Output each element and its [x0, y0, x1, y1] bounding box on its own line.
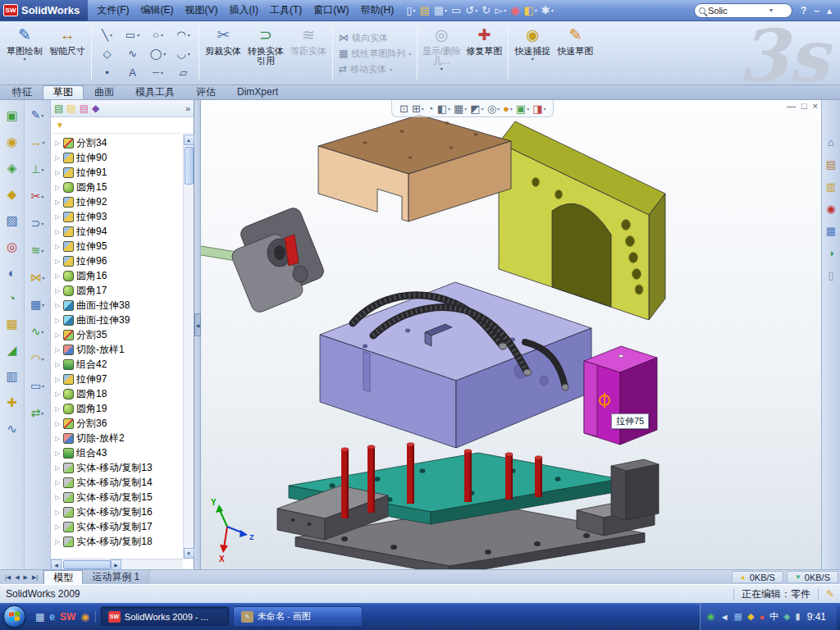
menu-item[interactable]: 编辑(E) — [135, 0, 180, 21]
help-icon[interactable]: ? — [799, 4, 808, 17]
feature-tree-item[interactable]: ▷ 圆角17 — [52, 283, 194, 298]
scroll-right-icon[interactable]: ▶ — [111, 559, 121, 570]
motion-study-tab[interactable]: 运动算例 1 — [83, 570, 149, 584]
arc-flyout-icon[interactable]: ◠▾ — [30, 352, 43, 365]
search-box[interactable]: ▾ — [694, 3, 792, 18]
hide-show-icon[interactable]: ◎▾ — [487, 103, 500, 115]
menu-item[interactable]: 插入(I) — [224, 0, 264, 21]
volume-tray-icon[interactable]: ◄ — [720, 612, 729, 622]
mirror-flyout-icon[interactable]: ⋈▾ — [30, 271, 44, 284]
draft-icon[interactable]: ◢ — [7, 343, 17, 358]
antivirus-tray-icon[interactable]: ● — [759, 612, 765, 622]
reference-geometry-icon[interactable]: ✚ — [7, 395, 17, 410]
feature-tree-item[interactable]: ▷ 曲面-拉伸39 — [52, 313, 194, 327]
print-icon[interactable]: ▭ — [450, 4, 463, 17]
quick-snaps-button[interactable]: ◉ 快速捕捉 ▾ — [511, 24, 554, 83]
first-tab-icon[interactable]: |◀ — [3, 574, 12, 581]
dimxpertmanager-tab-icon[interactable]: ◆ — [92, 103, 99, 114]
rapid-sketch-button[interactable]: ✎ 快速草图 — [554, 24, 596, 83]
lofted-boss-icon[interactable]: ◆ — [7, 187, 17, 202]
tab-evaluate[interactable]: 评估 — [185, 85, 226, 99]
linear-pattern-feature-icon[interactable]: ▦ — [6, 317, 17, 331]
expand-arrow-icon[interactable]: ▷ — [54, 228, 61, 235]
expand-arrow-icon[interactable]: ▷ — [54, 523, 61, 531]
scroll-down-icon[interactable]: ▼ — [184, 548, 194, 559]
revolved-cut-icon[interactable]: ◐ — [8, 266, 16, 280]
revolve-boss-icon[interactable]: ◉ — [7, 135, 17, 149]
convert-entities-button[interactable]: ⊃ 转换实体引用 — [244, 24, 287, 83]
core-insert-parts[interactable] — [230, 206, 326, 315]
repair-sketch-button[interactable]: ✚ 修复草图 — [463, 24, 505, 83]
feature-tree-item[interactable]: ▷ 实体-移动/复制17 — [52, 519, 194, 534]
swept-boss-icon[interactable]: ◈ — [7, 161, 17, 176]
panel-splitter[interactable]: ◀ — [194, 100, 201, 569]
propertymanager-tab-icon[interactable]: ▤ — [66, 103, 75, 114]
appearances-scenes-icon[interactable]: ◑ — [828, 247, 834, 259]
expand-arrow-icon[interactable]: ▷ — [54, 272, 61, 280]
update-tray-icon[interactable]: ◆ — [747, 611, 754, 622]
feature-tree-item[interactable]: ▷ 拉伸96 — [52, 253, 194, 268]
polygon-tool-icon[interactable]: ◇ — [94, 44, 120, 63]
fillet-feature-icon[interactable]: ◔ — [8, 291, 16, 305]
safety-tray-icon[interactable]: ◉ — [707, 611, 715, 622]
sketch-button[interactable]: ✎ 草图绘制 ▾ — [3, 24, 46, 83]
menu-item[interactable]: 工具(T) — [264, 0, 308, 21]
rectangle-tool-icon[interactable]: ▭▾ — [120, 25, 145, 44]
shell-icon[interactable]: ▥ — [6, 369, 17, 384]
tab-dimxpert[interactable]: DimXpert — [226, 85, 289, 99]
feature-tree-item[interactable]: ▷ 拉伸94 — [52, 224, 194, 239]
expand-arrow-icon[interactable]: ▷ — [54, 509, 61, 516]
network-tray-icon[interactable]: ▦ — [734, 611, 742, 622]
file-explorer-icon[interactable]: ▥ — [826, 180, 836, 193]
expand-arrow-icon[interactable]: ▷ — [54, 435, 61, 442]
expand-arrow-icon[interactable]: ▷ — [54, 494, 61, 501]
expand-arrow-icon[interactable]: ▷ — [54, 464, 61, 472]
pattern-flyout-icon[interactable]: ▦▾ — [30, 298, 44, 311]
tab-mold-tools[interactable]: 模具工具 — [125, 85, 185, 99]
line-tool-icon[interactable]: ╲▾ — [94, 25, 120, 44]
filter-funnel-icon[interactable]: ▼ — [56, 121, 64, 130]
smart-dimension-button[interactable]: ↔ 智能尺寸 — [46, 24, 89, 83]
offset-flyout-icon[interactable]: ≋▾ — [31, 244, 44, 257]
expand-arrow-icon[interactable]: ▷ — [54, 390, 61, 398]
previous-view-icon[interactable]: ◔ — [427, 103, 434, 115]
side-block-part[interactable] — [584, 346, 657, 445]
move-entities-button[interactable]: ⇄ 移动实体 ▾ — [336, 63, 414, 75]
scroll-left-icon[interactable]: ◀ — [51, 559, 62, 570]
scroll-thumb-horizontal[interactable] — [63, 560, 111, 569]
expand-arrow-icon[interactable]: ▷ — [54, 538, 61, 546]
construction-line-icon[interactable]: ┄▾ — [145, 63, 171, 82]
rebuild-icon[interactable]: ◉ — [509, 4, 521, 17]
zoom-fit-icon[interactable]: ⊡ — [399, 103, 409, 115]
show-desktop-icon[interactable]: ▦ — [35, 611, 44, 623]
tab-surfaces[interactable]: 曲面 — [84, 85, 125, 99]
ellipse-tool-icon[interactable]: ◯▾ — [145, 44, 171, 63]
expand-arrow-icon[interactable]: ▷ — [54, 139, 61, 147]
search-dropdown-icon[interactable]: ▾ — [769, 7, 773, 14]
feature-tree-item[interactable]: ▷ 圆角18 — [52, 386, 194, 401]
menu-item[interactable]: 窗口(W) — [308, 0, 354, 21]
expand-arrow-icon[interactable]: ▷ — [54, 450, 61, 457]
feature-tree-item[interactable]: ▷ 切除-放样1 — [52, 342, 194, 357]
feature-tree-item[interactable]: ▷ 实体-移动/复制16 — [52, 504, 194, 519]
menu-item[interactable]: 文件(F) — [91, 0, 135, 21]
view-palette-icon[interactable]: ▦ — [826, 225, 836, 237]
expand-arrow-icon[interactable]: ▷ — [54, 184, 61, 191]
usb-tray-icon[interactable]: ▮ — [796, 611, 801, 622]
configurationmanager-tab-icon[interactable]: ▤ — [80, 103, 89, 114]
restore-window-icon[interactable]: □ — [801, 101, 807, 111]
feature-tree-item[interactable]: ▷ 曲面-拉伸38 — [52, 298, 194, 313]
spline-flyout-icon[interactable]: ∿▾ — [31, 325, 44, 338]
expand-arrow-icon[interactable]: ▷ — [54, 331, 61, 339]
featuremanager-tab-icon[interactable]: ▤ — [54, 103, 63, 114]
feature-tree-item[interactable]: ▷ 圆角16 — [52, 268, 194, 283]
tab-features[interactable]: 特征 — [2, 85, 43, 99]
minimize-window-icon[interactable]: — — [787, 101, 796, 111]
options-icon[interactable]: ✱▾ — [540, 4, 555, 17]
prev-tab-icon[interactable]: ◀ — [13, 574, 21, 581]
next-tab-icon[interactable]: ▶ — [22, 574, 30, 581]
sketch-fillet-icon[interactable]: ◡▾ — [171, 44, 196, 63]
search-input[interactable] — [708, 6, 767, 16]
close-window-icon[interactable]: × — [813, 101, 818, 111]
feature-tree-item[interactable]: ▷ 切除-放样2 — [52, 431, 194, 445]
